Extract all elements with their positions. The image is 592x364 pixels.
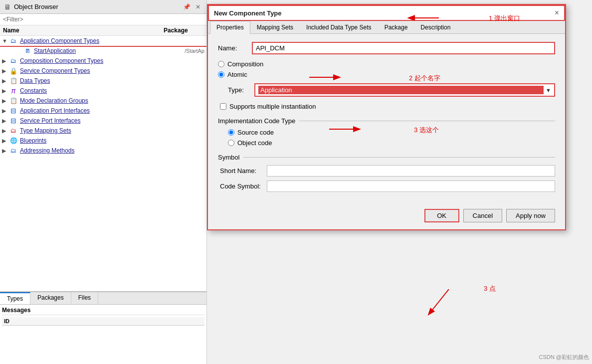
- type-row: Type: Application ▼: [228, 83, 555, 97]
- dialog-tab-description[interactable]: Description: [414, 21, 457, 33]
- label-start-application: StartApplication: [34, 47, 165, 54]
- expand-icon-addressing: ▶: [2, 148, 9, 154]
- object-code-radio[interactable]: [228, 140, 234, 146]
- name-row: Name:: [218, 42, 555, 54]
- label-app-component-types: Application Component Types: [20, 37, 165, 44]
- messages-panel: Messages ID: [0, 304, 206, 364]
- impl-code-type-section: Implementation Code Type: [218, 117, 555, 125]
- composition-radio[interactable]: [218, 61, 224, 67]
- source-code-radio[interactable]: [228, 129, 234, 136]
- annotation-click: 3 点: [484, 284, 496, 293]
- expand-icon-app: ▼: [2, 38, 9, 44]
- tree-item-app-component-types[interactable]: ▼ 🗂 Application Component Types: [0, 36, 206, 46]
- messages-title: Messages: [2, 307, 204, 315]
- label-data-types: Data Types: [20, 77, 165, 84]
- code-symbol-row: Code Symbol:: [218, 181, 555, 192]
- atomic-radio[interactable]: [218, 71, 224, 78]
- code-symbol-input[interactable]: [267, 181, 555, 192]
- tree-item-constants[interactable]: ▶ π Constants: [0, 86, 206, 96]
- label-app-port: Application Port Interfaces: [20, 107, 165, 114]
- messages-table-header: ID: [2, 317, 204, 326]
- tree-item-type-mapping[interactable]: ▶ 🗂 Type Mapping Sets: [0, 126, 206, 136]
- mode-icon: 📋: [9, 97, 18, 105]
- tab-types[interactable]: Types: [0, 292, 30, 304]
- type-select-display[interactable]: Application ▼: [254, 83, 555, 97]
- dialog-tab-properties[interactable]: Properties: [210, 21, 250, 34]
- apply-now-button[interactable]: Apply now: [506, 209, 555, 222]
- name-input[interactable]: [252, 42, 555, 54]
- label-constants: Constants: [20, 87, 165, 94]
- tree-header: Name Package: [0, 25, 206, 36]
- object-code-label: Object code: [237, 139, 272, 147]
- tree-item-addressing[interactable]: ▶ 🗂 Addressing Methods: [0, 146, 206, 156]
- expand-icon-svc-comp: ▶: [2, 68, 9, 74]
- dialog-footer: OK Cancel Apply now: [208, 204, 565, 229]
- short-name-label: Short Name:: [218, 167, 263, 175]
- expand-icon-comp: ▶: [2, 58, 9, 64]
- dialog-tabs: Properties Mapping Sets Included Data Ty…: [208, 21, 565, 34]
- chevron-down-icon: ▼: [544, 87, 551, 93]
- expand-icon-mode: ▶: [2, 98, 9, 104]
- dialog-tab-data-type-sets[interactable]: Included Data Type Sets: [300, 21, 378, 33]
- short-name-input[interactable]: [267, 165, 555, 177]
- source-code-label: Source code: [237, 129, 274, 136]
- tree-item-data-types[interactable]: ▶ 📋 Data Types: [0, 76, 206, 86]
- filter-placeholder: <Filter>: [3, 16, 23, 23]
- pin-icon: 📌: [183, 3, 191, 10]
- supports-multiple-checkbox[interactable]: [220, 103, 226, 110]
- pi-icon: π: [9, 87, 18, 95]
- dialog-content: Name: Composition Atomic Type: Applicati…: [208, 34, 565, 204]
- ok-button[interactable]: OK: [424, 209, 459, 222]
- type-select-wrapper: Application ▼: [254, 83, 555, 97]
- label-mode-decl: Mode Declaration Groups: [20, 97, 165, 104]
- package-column-header: Package: [164, 27, 203, 34]
- composition-radio-item: Composition: [218, 60, 555, 68]
- tree-item-blueprints[interactable]: ▶ 🌐 Blueprints: [0, 136, 206, 146]
- lock-icon-svc: 🔒: [9, 67, 18, 75]
- arrow-click: [419, 289, 479, 324]
- comp-icon-start: 🖹: [23, 47, 32, 55]
- new-component-dialog: New Component Type × Properties Mapping …: [207, 4, 566, 230]
- tree-item-mode-decl[interactable]: ▶ 📋 Mode Declaration Groups: [0, 96, 206, 106]
- symbol-label: Symbol: [218, 154, 239, 161]
- source-code-radio-item: Source code: [228, 129, 555, 136]
- bottom-tabs: Types Packages Files: [0, 292, 206, 304]
- tab-packages[interactable]: Packages: [30, 292, 71, 304]
- expand-icon-app-port: ▶: [2, 108, 9, 114]
- tab-files[interactable]: Files: [71, 292, 98, 304]
- name-label: Name:: [218, 44, 248, 52]
- dialog-tab-mapping[interactable]: Mapping Sets: [250, 21, 300, 33]
- cancel-button[interactable]: Cancel: [463, 209, 502, 222]
- bottom-section: Types Packages Files Messages ID: [0, 291, 206, 364]
- dialog-close-button[interactable]: ×: [555, 9, 559, 17]
- dialog-title: New Component Type: [214, 9, 555, 17]
- tree-body: ▼ 🗂 Application Component Types 🖹 StartA…: [0, 36, 206, 291]
- tree-item-svc-port[interactable]: ▶ ⊟ Service Port Interfaces: [0, 116, 206, 126]
- expand-icon-svc-port: ▶: [2, 118, 9, 124]
- tree-item-app-port[interactable]: ▶ ⊟ Application Port Interfaces: [0, 106, 206, 116]
- tree-item-composition[interactable]: ▶ 🗂 Composition Component Types: [0, 56, 206, 66]
- type-select-value: Application: [258, 86, 544, 94]
- tree-item-start-application[interactable]: 🖹 StartApplication /StartAp: [0, 46, 206, 56]
- blueprints-icon: 🌐: [9, 137, 18, 145]
- object-code-radio-item: Object code: [228, 139, 555, 147]
- port-icon-svc: ⊟: [9, 117, 18, 125]
- svg-line-3: [429, 289, 449, 314]
- symbol-section: Symbol: [218, 154, 555, 161]
- atomic-radio-item: Atomic: [218, 71, 555, 78]
- type-label: Type:: [228, 86, 250, 94]
- composition-label: Composition: [227, 60, 263, 68]
- panel-titlebar: 🖥 Object Browser 📌 ✕: [0, 0, 206, 14]
- label-addressing: Addressing Methods: [20, 147, 165, 154]
- label-blueprints: Blueprints: [20, 137, 165, 144]
- tree-item-service-comp[interactable]: ▶ 🔒 Service Component Types: [0, 66, 206, 76]
- browser-icon: 🖥: [4, 3, 11, 11]
- impl-radio-group: Source code Object code: [218, 129, 555, 147]
- folder-icon-comp: 🗂: [9, 57, 18, 65]
- expand-icon-blueprints: ▶: [2, 138, 9, 144]
- dialog-tab-package[interactable]: Package: [378, 21, 414, 33]
- label-type-mapping: Type Mapping Sets: [20, 127, 165, 134]
- panel-close-button[interactable]: ✕: [194, 3, 202, 11]
- composition-atomic-group: Composition Atomic: [218, 60, 555, 78]
- label-svc-port: Service Port Interfaces: [20, 117, 165, 124]
